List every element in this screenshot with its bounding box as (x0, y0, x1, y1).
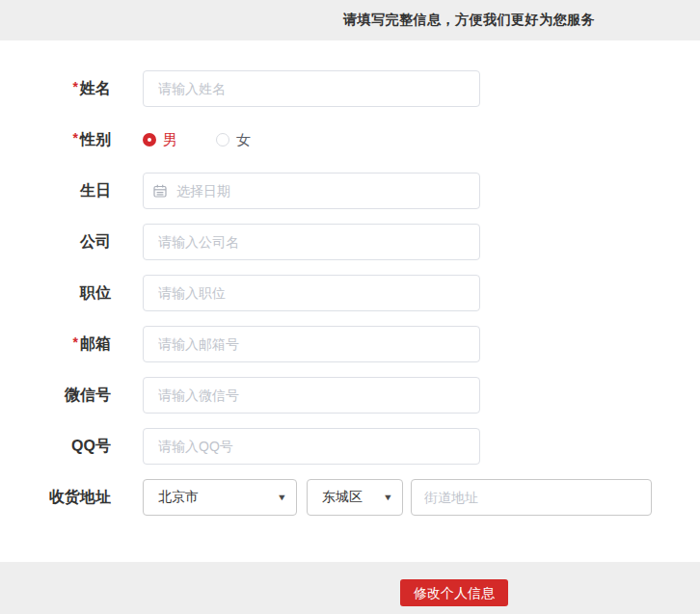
wechat-input[interactable] (143, 377, 480, 414)
street-address-input[interactable] (411, 479, 652, 516)
form-row-birthday: 生日 (0, 173, 700, 209)
footer-bar: 修改个人信息 (0, 562, 700, 614)
form-row-wechat: 微信号 (0, 377, 700, 414)
gender-radio-group: 男 女 (143, 121, 251, 158)
company-label: 公司 (0, 232, 125, 253)
email-input[interactable] (143, 326, 480, 362)
qq-label: QQ号 (0, 437, 125, 457)
province-select[interactable]: 北京市 ▼ (143, 479, 297, 516)
name-label: *姓名 (0, 79, 125, 99)
required-asterisk: * (73, 334, 78, 350)
form-row-email: *邮箱 (0, 326, 700, 362)
form-row-address: 收货地址 北京市 ▼ 东城区 ▼ (0, 479, 700, 516)
chevron-down-icon: ▼ (277, 493, 287, 502)
chevron-down-icon: ▼ (383, 493, 393, 502)
radio-unchecked-icon[interactable] (216, 133, 229, 147)
gender-male-label: 男 (163, 131, 177, 149)
profile-form: *姓名 *性别 男 女 生日 (0, 40, 700, 562)
form-row-name: *姓名 (0, 70, 700, 107)
gender-option-male[interactable]: 男 (143, 131, 177, 149)
qq-input[interactable] (143, 428, 480, 465)
required-asterisk: * (73, 79, 78, 94)
gender-female-label: 女 (236, 131, 251, 149)
birthday-date-input[interactable] (143, 173, 480, 209)
name-input[interactable] (143, 70, 480, 107)
province-select-value: 北京市 (158, 489, 199, 506)
birthday-label: 生日 (0, 181, 125, 201)
form-row-gender: *性别 男 女 (0, 121, 700, 158)
district-select-value: 东城区 (322, 489, 363, 506)
email-label: *邮箱 (0, 334, 125, 355)
gender-label: *性别 (0, 130, 125, 150)
district-select[interactable]: 东城区 ▼ (307, 479, 403, 516)
address-label: 收货地址 (0, 488, 125, 508)
position-label: 职位 (0, 283, 125, 304)
form-row-qq: QQ号 (0, 428, 700, 465)
form-row-company: 公司 (0, 224, 700, 260)
position-input[interactable] (143, 275, 480, 311)
form-row-position: 职位 (0, 275, 700, 311)
update-profile-button[interactable]: 修改个人信息 (400, 579, 508, 606)
radio-checked-icon[interactable] (143, 133, 156, 147)
company-input[interactable] (143, 224, 480, 260)
required-asterisk: * (73, 130, 78, 146)
gender-option-female[interactable]: 女 (216, 131, 251, 149)
wechat-label: 微信号 (0, 386, 125, 406)
notice-text: 请填写完整信息，方便我们更好为您服务 (343, 12, 595, 29)
top-notice-bar: 请填写完整信息，方便我们更好为您服务 (0, 0, 700, 40)
